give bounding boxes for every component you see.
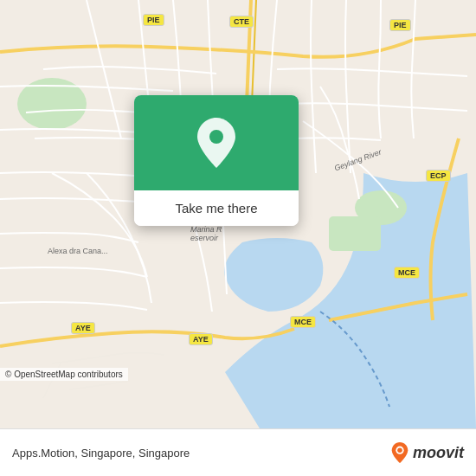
road-badge-mce-bottom: MCE bbox=[290, 316, 316, 328]
bottom-bar: Apps.Motion, Singapore, Singapore moovit bbox=[0, 428, 476, 476]
take-me-there-button[interactable]: Take me there bbox=[134, 190, 299, 226]
road-badge-aye-left: AYE bbox=[71, 322, 95, 334]
svg-rect-3 bbox=[329, 216, 381, 251]
popup-card: Take me there bbox=[134, 95, 299, 226]
road-badge-mce-right: MCE bbox=[394, 267, 420, 279]
road-badge-pie-left: PIE bbox=[143, 14, 164, 26]
map-container: CTE PIE PIE ECP MCE MCE AYE AYE Marina R… bbox=[0, 0, 476, 428]
osm-attribution: © OpenStreetMap contributors bbox=[0, 368, 128, 381]
moovit-pin-icon bbox=[390, 441, 409, 464]
road-badge-aye-mid: AYE bbox=[189, 333, 213, 345]
road-badge-ecp: ECP bbox=[426, 170, 451, 182]
road-badge-cte: CTE bbox=[229, 16, 254, 28]
reservoir-label: Marina Reservoir bbox=[190, 225, 222, 242]
svg-point-6 bbox=[209, 130, 223, 144]
road-badge-pie-right: PIE bbox=[389, 19, 411, 31]
alexandra-canal-label: Alexa dra Cana... bbox=[48, 247, 108, 255]
moovit-brand-name: moovit bbox=[413, 444, 464, 462]
moovit-logo: moovit bbox=[390, 441, 464, 464]
svg-point-8 bbox=[397, 447, 402, 453]
location-text: Apps.Motion, Singapore, Singapore bbox=[12, 447, 190, 460]
popup-green-area bbox=[134, 95, 299, 190]
location-pin-icon bbox=[194, 116, 239, 170]
